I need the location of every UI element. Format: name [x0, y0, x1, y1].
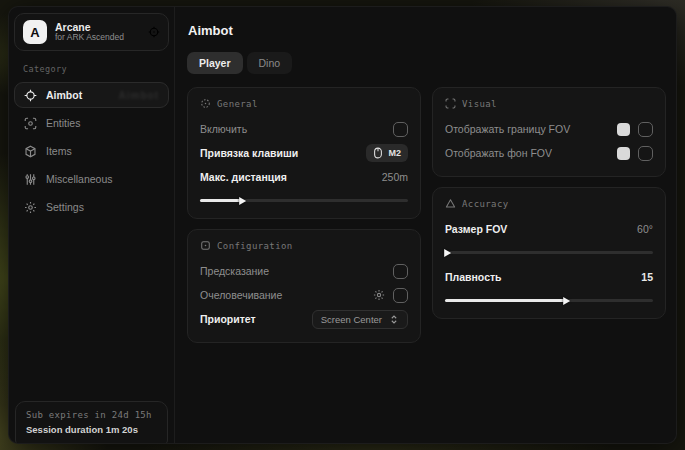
slider-thumb[interactable]: [444, 249, 451, 257]
brand-card: A Arcane for ARK Ascended: [14, 13, 169, 51]
sidebar-item-settings[interactable]: Settings: [14, 194, 169, 220]
card-title: General: [217, 99, 258, 109]
slider-track: [445, 251, 653, 254]
fov-bg-label: Отображать фон FOV: [445, 147, 552, 159]
brand-subtitle: for ARK Ascended: [55, 33, 124, 43]
cheat-menu-window: A Arcane for ARK Ascended Category: [8, 6, 677, 444]
brand-text: Arcane for ARK Ascended: [55, 21, 124, 43]
slider-fill: [445, 299, 566, 302]
card-title: Configuration: [217, 241, 293, 251]
gear-icon: [24, 201, 37, 214]
right-column: Visual Отображать границу FOV Отображать…: [432, 87, 666, 319]
sidebar-item-label: Items: [46, 145, 72, 157]
visual-card: Visual Отображать границу FOV Отображать…: [432, 87, 666, 177]
triangle-icon: [445, 198, 456, 209]
enable-label: Включить: [200, 123, 247, 135]
gear-icon[interactable]: [373, 289, 385, 301]
keybind-label: Привязка клавиши: [200, 147, 298, 159]
sidebar-item-items[interactable]: Items: [14, 138, 169, 164]
card-title: Accuracy: [462, 199, 509, 209]
max-distance-slider[interactable]: [200, 195, 408, 206]
box-icon: [24, 145, 37, 158]
fov-bg-row: Отображать фон FOV: [445, 142, 653, 164]
accuracy-card: Accuracy Размер FOV 60°: [432, 187, 666, 319]
card-title: Visual: [462, 99, 497, 109]
sidebar-item-label: Miscellaneous: [46, 173, 113, 185]
fov-border-label: Отображать границу FOV: [445, 123, 570, 135]
enable-checkbox[interactable]: [393, 122, 408, 137]
session-duration-text: Session duration 1m 20s: [26, 424, 157, 435]
crosshair-icon: [24, 89, 37, 102]
general-card: General Включить Привязка клавиши: [187, 87, 421, 219]
fov-size-value: 60°: [637, 223, 653, 235]
target-icon[interactable]: [148, 26, 160, 38]
max-distance-label: Макс. дистанция: [200, 171, 287, 183]
humanize-controls: [373, 288, 408, 303]
sliders-icon: [24, 173, 37, 186]
visual-card-header: Visual: [445, 98, 653, 109]
keybind-value: M2: [388, 148, 401, 158]
sidebar-item-miscellaneous[interactable]: Miscellaneous: [14, 166, 169, 192]
fov-border-checkbox[interactable]: [638, 122, 653, 137]
fov-bg-color-swatch[interactable]: [617, 147, 630, 160]
sidebar-item-entities[interactable]: Entities: [14, 110, 169, 136]
configuration-card-header: Configuration: [200, 240, 408, 251]
smoothness-slider[interactable]: [445, 295, 653, 306]
fov-bg-controls: [617, 146, 653, 161]
sidebar-item-label: Settings: [46, 201, 84, 213]
tab-bar: Player Dino: [187, 52, 666, 74]
fov-border-row: Отображать границу FOV: [445, 118, 653, 140]
priority-dropdown[interactable]: Screen Center: [312, 310, 408, 329]
brand-logo: A: [23, 20, 47, 44]
chevron-up-down-icon: [389, 314, 399, 325]
game-background: A Arcane for ARK Ascended Category: [0, 0, 685, 450]
slider-track: [445, 299, 653, 302]
priority-label: Приоритет: [200, 313, 256, 325]
frame-icon: [445, 98, 456, 109]
keybind-row: Привязка клавиши M2: [200, 142, 408, 164]
max-distance-value: 250m: [382, 171, 408, 183]
max-distance-row: Макс. дистанция 250m: [200, 166, 408, 188]
slider-thumb[interactable]: [563, 297, 570, 305]
scan-icon: [24, 117, 37, 130]
motion-blur-artifact: Aimbot: [119, 90, 159, 101]
fov-size-slider[interactable]: [445, 247, 653, 258]
sidebar-nav: Aimbot Aimbot Entities: [14, 82, 169, 220]
smoothness-row: Плавность 15: [445, 266, 653, 288]
page-title: Aimbot: [188, 23, 666, 38]
fov-bg-checkbox[interactable]: [638, 146, 653, 161]
smoothness-label: Плавность: [445, 271, 502, 283]
fov-size-row: Размер FOV 60°: [445, 218, 653, 240]
humanize-checkbox[interactable]: [393, 288, 408, 303]
humanize-label: Очеловечивание: [200, 289, 282, 301]
general-card-header: General: [200, 98, 408, 109]
cards-grid: General Включить Привязка клавиши: [187, 87, 666, 343]
prediction-checkbox[interactable]: [393, 264, 408, 279]
dotted-circle-icon: [200, 98, 211, 109]
prediction-label: Предсказание: [200, 265, 269, 277]
keybind-button[interactable]: M2: [366, 144, 408, 162]
sidebar-item-aimbot[interactable]: Aimbot Aimbot: [14, 82, 169, 108]
slider-fill: [200, 199, 242, 202]
tab-player[interactable]: Player: [187, 52, 243, 74]
tab-dino[interactable]: Dino: [247, 52, 293, 74]
category-label: Category: [23, 64, 169, 74]
enable-row: Включить: [200, 118, 408, 140]
prediction-row: Предсказание: [200, 260, 408, 282]
fov-size-label: Размер FOV: [445, 223, 507, 235]
smoothness-value: 15: [641, 271, 653, 283]
fov-border-color-swatch[interactable]: [617, 123, 630, 136]
configuration-card: Configuration Предсказание Очеловечивани…: [187, 229, 421, 343]
slider-thumb[interactable]: [239, 197, 246, 205]
mouse-icon: [373, 147, 383, 159]
sidebar-item-label: Entities: [46, 117, 80, 129]
priority-row: Приоритет Screen Center: [200, 308, 408, 330]
main-content: Aimbot Player Dino: [175, 7, 676, 443]
fov-border-controls: [617, 122, 653, 137]
humanize-row: Очеловечивание: [200, 284, 408, 306]
priority-value: Screen Center: [321, 314, 382, 325]
slider-track: [200, 199, 408, 202]
sidebar-item-label: Aimbot: [46, 89, 82, 101]
module-icon: [200, 240, 211, 251]
sidebar: A Arcane for ARK Ascended Category: [9, 7, 175, 443]
